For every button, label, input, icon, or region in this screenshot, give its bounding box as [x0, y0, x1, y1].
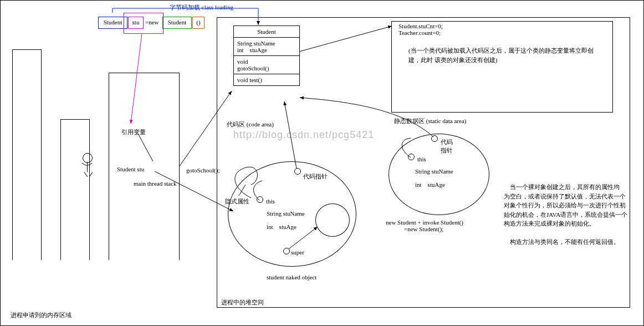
stack-bar-2	[60, 119, 90, 260]
stack-bar-1	[12, 49, 42, 260]
obj1-code-ptr: 代码指针	[303, 172, 328, 181]
static-comment: (当一个类代码被加载入代码区之后，属于这个类的静态变量将立即创建，此时 该类的对…	[408, 46, 602, 64]
obj2-this-dot	[408, 154, 415, 160]
heap-label: 进程中的堆空间	[221, 298, 264, 307]
token-student-ctor: Student	[162, 17, 192, 29]
class-fields: String stuName int stuAge	[234, 38, 299, 56]
class-box: Student String stuName int stuAge void g…	[233, 26, 300, 86]
student-stu: Student stu	[117, 166, 144, 172]
static-area-label: 静态数据区 (static data area)	[394, 117, 466, 125]
footer-label: 进程申请到的内存区域	[11, 311, 71, 319]
diagram-canvas: 字节码加载 class loading Student stu =new Stu…	[0, 0, 644, 326]
watermark: http://blog.csdn.net/pcg5421	[233, 129, 374, 141]
obj2-caption: new Student + invoke Student() =new Stud…	[386, 219, 463, 232]
obj1-ptr-dot	[294, 168, 301, 175]
static-vars: Student.stuCnt=0; Teacher.count=0;	[398, 23, 443, 36]
obj2-ptr-dot	[431, 135, 438, 142]
class-name: Student	[234, 26, 299, 38]
code-area-label: 代码区 (code area)	[227, 120, 274, 129]
class-loading-label: 字节码加载 class loading	[170, 3, 233, 12]
obj1-this: this	[266, 198, 275, 205]
token-parens: ()	[192, 17, 205, 29]
token-highlight	[124, 13, 163, 34]
ref-var-label: 引用变量	[121, 128, 146, 136]
class-method1: void gotoSchool()	[234, 56, 299, 74]
obj1-caption: student naked object	[267, 274, 316, 281]
obj1-this-dot	[257, 196, 263, 203]
class-method2: void test()	[234, 74, 299, 85]
obj2-code-ptr: 代码 指针	[441, 138, 453, 155]
main-thread-stack-label: main thread stack	[134, 180, 177, 187]
obj1-super: super	[291, 249, 304, 256]
implicit-attr: 隐式属性	[225, 197, 249, 206]
gotoschool-call: gotoSchool();	[186, 167, 220, 174]
obj2-fields: String stuName int stuAge	[415, 168, 453, 188]
obj1-super-dot	[283, 248, 290, 254]
obj1-fields: String stuName int stuAge	[267, 210, 305, 230]
obj1-inner	[315, 203, 350, 237]
notes-paragraph: 当一个裸对象创建之后，其所有的属性均 为空白，或者说保持了默认值，无法代表一个 …	[504, 182, 631, 247]
obj2-this: this	[417, 156, 426, 162]
